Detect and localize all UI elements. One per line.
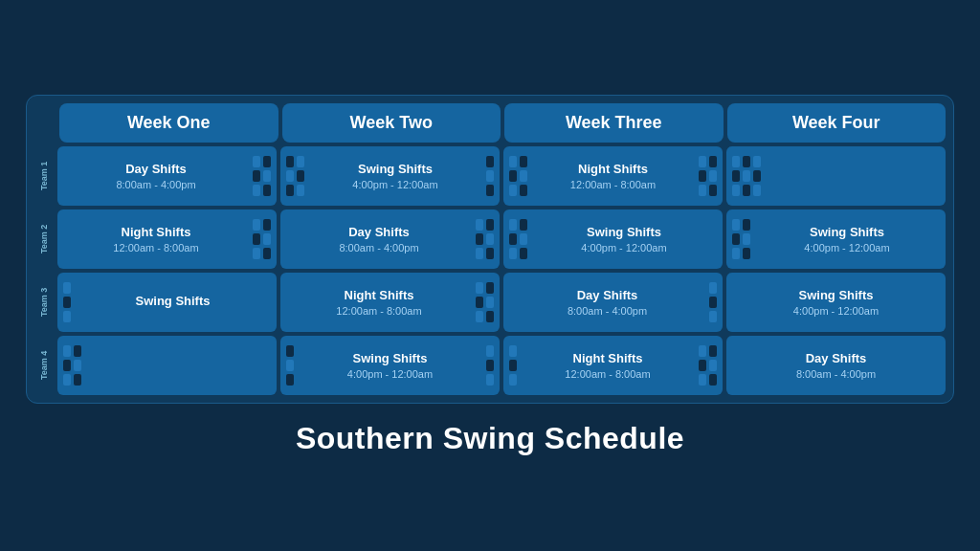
shift-name-t2w1: Night Shifts (63, 225, 249, 240)
all-week-columns: Day Shifts 8:00am - 4:00pm (57, 146, 946, 395)
team2-label: Team 2 (34, 209, 54, 269)
shift-time-t2w4: 4:00pm - 12:00am (754, 242, 940, 253)
bars-left-t3w1 (63, 282, 71, 322)
shift-name-t4w2: Swing Shifts (298, 351, 482, 366)
week1-column: Day Shifts 8:00am - 4:00pm (57, 146, 277, 395)
shift-name-t1w3: Night Shifts (531, 162, 695, 177)
bars-left-t1w2 (286, 156, 304, 196)
shift-time-t4w2: 4:00pm - 12:00am (298, 368, 482, 380)
week4-column: Swing Shifts 4:00pm - 12:00am Swing Shif… (726, 146, 946, 395)
cell-t1-w1: Day Shifts 8:00am - 4:00pm (57, 146, 277, 206)
shift-name-t4w4: Day Shifts (732, 351, 940, 366)
shift-name-t2w4: Swing Shifts (754, 225, 940, 240)
shift-name-t2w2: Day Shifts (286, 225, 472, 240)
schedule-grid: Week One Week Two Week Three Week Four T… (26, 95, 954, 404)
shift-name-t2w3: Swing Shifts (531, 225, 717, 240)
shift-time-t4w3: 12:00am - 8:00am (521, 368, 695, 380)
cell-t4-w2: Swing Shifts 4:00pm - 12:00am (280, 336, 500, 395)
bars-right-t3w3 (709, 282, 717, 322)
shift-time-t4w4: 8:00am - 4:00pm (732, 368, 940, 380)
cell-t1-w3: Night Shifts 12:00am - 8:00am (503, 146, 723, 206)
shift-time-t3w3: 8:00am - 4:00pm (509, 305, 705, 317)
cell-t2-w2: Day Shifts 8:00am - 4:00pm (280, 209, 500, 269)
cell-t3-w4: Swing Shifts 4:00pm - 12:00am (726, 273, 946, 332)
shift-name-t3w4: Swing Shifts (732, 288, 940, 303)
bars-t1w1 (253, 156, 271, 196)
cell-t4-w1 (57, 336, 277, 395)
bars-t1w4 (732, 156, 761, 196)
row-labels-column: Team 1 Team 2 Team 3 Team 4 (34, 146, 54, 395)
page-title: Southern Swing Schedule (296, 421, 684, 456)
cell-t2-w3: Swing Shifts 4:00pm - 12:00am (503, 209, 723, 269)
shift-name-t4w3: Night Shifts (521, 351, 695, 366)
cell-t2-w1: Night Shifts 12:00am - 8:00am (57, 209, 277, 269)
shift-time-t2w1: 12:00am - 8:00am (63, 242, 249, 253)
cell-t2-w4: Swing Shifts 4:00pm - 12:00am (726, 209, 946, 269)
shift-name-t3w3: Day Shifts (509, 288, 705, 303)
week-header-4: Week Four (727, 103, 947, 143)
week-header-3: Week Three (504, 103, 724, 143)
bars-right-t1w3 (699, 156, 717, 196)
bars-right-t4w2 (486, 345, 494, 386)
shift-name-t1w1: Day Shifts (63, 162, 249, 177)
cell-t1-w2: Swing Shifts 4:00pm - 12:00am (280, 146, 500, 206)
shift-time-t3w2: 12:00am - 8:00am (286, 305, 472, 317)
bars-right-t4w3 (699, 345, 717, 386)
cell-t4-w4: Day Shifts 8:00am - 4:00pm (726, 336, 946, 395)
rows-and-labels: Team 1 Team 2 Team 3 Team 4 Day Shifts 8… (34, 146, 946, 395)
bars-right-t1w2 (486, 156, 494, 196)
bars-left-t4w3 (509, 345, 517, 386)
week2-column: Swing Shifts 4:00pm - 12:00am Da (280, 146, 500, 395)
header-spacer (34, 103, 56, 143)
shift-time-t1w2: 4:00pm - 12:00am (308, 179, 482, 190)
team3-label: Team 3 (34, 273, 54, 332)
shift-name-t1w2: Swing Shifts (308, 162, 482, 177)
shift-time-t2w2: 8:00am - 4:00pm (286, 242, 472, 253)
shift-time-t1w1: 8:00am - 4:00pm (63, 179, 249, 190)
bars-left-t4w2 (286, 345, 294, 386)
shift-time-t3w4: 4:00pm - 12:00am (732, 305, 940, 317)
bars-left-t2w3 (509, 219, 527, 259)
week-header-1: Week One (59, 103, 278, 143)
cell-t1-w4 (726, 146, 946, 206)
cell-t4-w3: Night Shifts 12:00am - 8:00am (503, 336, 723, 395)
bars-t2w1 (253, 219, 271, 259)
shift-time-t1w3: 12:00am - 8:00am (531, 179, 695, 190)
week-headers-row: Week One Week Two Week Three Week Four (34, 103, 946, 143)
shift-time-t2w3: 4:00pm - 12:00am (531, 242, 717, 253)
bars-t4w1 (63, 345, 81, 386)
cell-t3-w3: Day Shifts 8:00am - 4:00pm (503, 273, 723, 332)
bars-left-t2w4 (732, 219, 750, 259)
shift-name-t3w2: Night Shifts (286, 288, 472, 303)
bars-left-t1w3 (509, 156, 527, 196)
week3-column: Night Shifts 12:00am - 8:00am (503, 146, 723, 395)
week-header-2: Week Two (282, 103, 501, 143)
cell-t3-w2: Night Shifts 12:00am - 8:00am (280, 273, 500, 332)
shift-name-t3w1: Swing Shifts (75, 294, 271, 309)
cell-t3-w1: Swing Shifts (57, 273, 277, 332)
main-container: Week One Week Two Week Three Week Four T… (26, 95, 954, 456)
team4-label: Team 4 (34, 336, 54, 395)
team1-label: Team 1 (34, 146, 54, 206)
bars-t2w2 (476, 219, 494, 259)
bars-t3w2 (476, 282, 494, 322)
